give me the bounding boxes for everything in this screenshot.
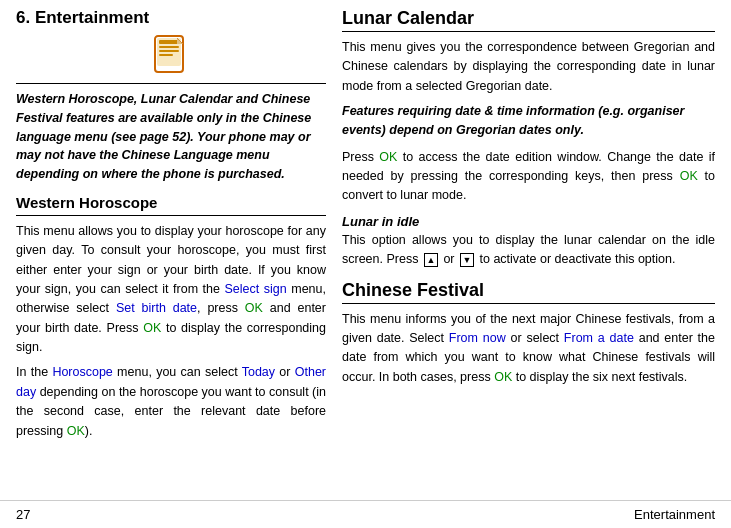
lunar-italic-block: Features requiring date & time informati… (342, 102, 715, 140)
from-date-link[interactable]: From a date (564, 331, 634, 345)
horoscope-link[interactable]: Horoscope (52, 365, 112, 379)
chinese-festival-para1: This menu informs you of the next major … (342, 310, 715, 388)
ok-link-3[interactable]: OK (67, 424, 85, 438)
lunar-idle-text3: to activate or deactivate this option. (479, 252, 675, 266)
ok-link-2[interactable]: OK (143, 321, 161, 335)
horoscope-para1: This menu allows you to display your hor… (16, 222, 326, 358)
horoscope-p2-text2: menu, you can select (113, 365, 242, 379)
footer: 27 Entertainment (0, 500, 731, 528)
set-birth-date-link[interactable]: Set birth date (116, 301, 197, 315)
chinese-festival-divider (342, 303, 715, 304)
today-link[interactable]: Today (242, 365, 275, 379)
lunar-para1: This menu gives you the correspondence b… (342, 38, 715, 96)
horoscope-p2-text5: ). (85, 424, 93, 438)
lunar-divider (342, 31, 715, 32)
content-area: 6. Entertainment Western (0, 0, 731, 500)
svg-rect-3 (159, 46, 179, 48)
footer-section-name: Entertainment (634, 507, 715, 522)
chinese-festival-title: Chinese Festival (342, 280, 715, 301)
italic-warning-block: Western Horoscope, Lunar Calendar and Ch… (16, 90, 326, 184)
top-divider (16, 83, 326, 84)
lunar-p2-text2: to access the date edition window. Chang… (342, 150, 715, 183)
section-number-title: 6. Entertainment (16, 8, 149, 28)
left-column: 6. Entertainment Western (16, 8, 326, 492)
western-horoscope-title: Western Horoscope (16, 194, 326, 211)
arrow-down-icon: ▼ (460, 253, 474, 267)
phone-icon (149, 32, 193, 76)
ok-link-cf[interactable]: OK (494, 370, 512, 384)
svg-rect-2 (159, 40, 179, 44)
arrow-up-icon: ▲ (424, 253, 438, 267)
ok-link-right-2[interactable]: OK (680, 169, 698, 183)
lunar-idle-text2: or (443, 252, 454, 266)
main-title: 6. Entertainment (16, 8, 326, 28)
horoscope-p2-text1: In the (16, 365, 52, 379)
lunar-calendar-title: Lunar Calendar (342, 8, 715, 29)
lunar-idle-text: This option allows you to display the lu… (342, 231, 715, 270)
western-horoscope-section: Western Horoscope This menu allows you t… (16, 194, 326, 441)
lunar-para2: Press OK to access the date edition wind… (342, 148, 715, 206)
lunar-calendar-section: Lunar Calendar This menu gives you the c… (342, 8, 715, 270)
phone-icon-container (16, 32, 326, 79)
chinese-festival-section: Chinese Festival This menu informs you o… (342, 280, 715, 388)
cf-text4: to display the six next festivals. (512, 370, 687, 384)
ok-link-1[interactable]: OK (245, 301, 263, 315)
horoscope-divider (16, 215, 326, 216)
page: 6. Entertainment Western (0, 0, 731, 528)
lunar-idle-title: Lunar in idle (342, 214, 715, 229)
lunar-p2-text1: Press (342, 150, 379, 164)
right-column: Lunar Calendar This menu gives you the c… (342, 8, 715, 492)
from-now-link[interactable]: From now (449, 331, 506, 345)
horoscope-p2-text3: or (275, 365, 295, 379)
page-number: 27 (16, 507, 30, 522)
svg-rect-5 (159, 54, 173, 56)
ok-link-right-1[interactable]: OK (379, 150, 397, 164)
horoscope-para2: In the Horoscope menu, you can select To… (16, 363, 326, 441)
horoscope-p2-text4: depending on the horoscope you want to c… (16, 385, 326, 438)
select-sign-link[interactable]: Select sign (225, 282, 287, 296)
svg-rect-4 (159, 50, 179, 52)
cf-text2: or select (506, 331, 564, 345)
horoscope-p1-text3: , press (197, 301, 245, 315)
